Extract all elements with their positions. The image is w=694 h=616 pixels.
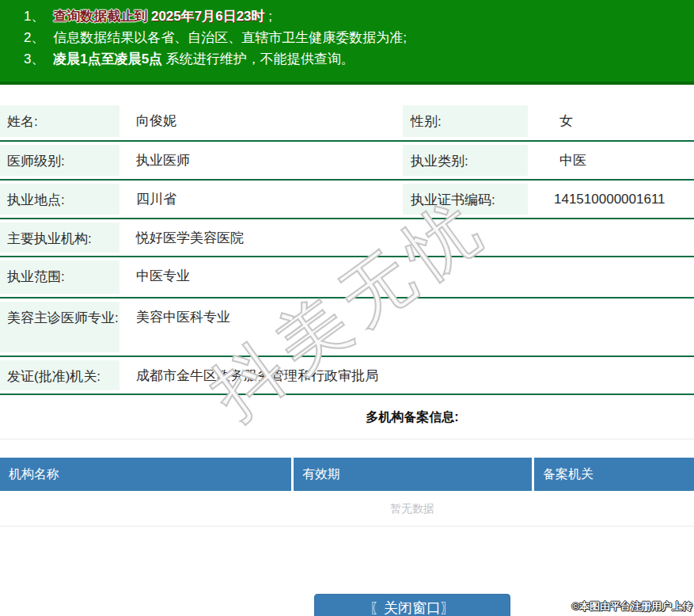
- field-value-certificate-number: 141510000001611: [538, 181, 694, 218]
- field-value-name: 向俊妮: [129, 102, 403, 140]
- notice-line-3-time: 凌晨1点至凌晨5点: [53, 51, 162, 67]
- field-label-issuing-authority: 发证(批准)机关:: [0, 357, 129, 394]
- field-label-practice-location: 执业地点:: [0, 181, 129, 218]
- field-value-issuing-authority: 成都市金牛区政务服务管理和行政审批局: [129, 357, 694, 394]
- notice-line-1-date: 2025年7月6日23时: [151, 9, 265, 24]
- field-label-main-institution: 主要执业机构:: [0, 219, 129, 256]
- table-row: 医师级别: 执业医师 执业类别: 中医: [0, 142, 694, 181]
- notice-line-1-lead: 查询数据截止到: [53, 9, 147, 24]
- field-label-name: 姓名:: [0, 102, 129, 140]
- table-row: 姓名: 向俊妮 性别: 女: [0, 102, 694, 142]
- field-value-gender: 女: [538, 102, 694, 140]
- table-row: 美容主诊医师专业: 美容中医科专业: [0, 298, 694, 357]
- notice-line-1-end: ;: [268, 9, 272, 24]
- field-label-certificate-number: 执业证书编码:: [403, 181, 538, 218]
- notice-line-2: 2、 信息数据结果以各省、自治区、直辖市卫生健康委数据为准;: [24, 27, 694, 48]
- field-label-cosmetic-specialty: 美容主诊医师专业:: [0, 298, 129, 356]
- field-label-practice-scope: 执业范围:: [0, 257, 129, 297]
- table-row: 主要执业机构: 悦好医学美容医院: [0, 219, 694, 257]
- field-value-practice-category: 中医: [538, 142, 694, 179]
- page-wrapper: 1、 查询数据截止到 2025年7月6日23时 ; 2、 信息数据结果以各省、自…: [0, 0, 694, 616]
- notice-line-1: 1、 查询数据截止到 2025年7月6日23时 ;: [24, 6, 694, 27]
- field-value-cosmetic-specialty: 美容中医科专业: [129, 298, 694, 356]
- section-divider: [0, 439, 694, 439]
- close-window-button[interactable]: 〖关闭窗口〗: [314, 594, 510, 616]
- field-label-practice-category: 执业类别:: [403, 142, 538, 179]
- field-value-main-institution: 悦好医学美容医院: [129, 219, 694, 256]
- org-table-empty-state: 暂无数据: [0, 491, 694, 527]
- field-value-doctor-level: 执业医师: [129, 142, 403, 179]
- notice-line-3-number: 3、: [24, 51, 44, 67]
- notice-line-3-rest: 系统进行维护，不能提供查询。: [166, 51, 355, 67]
- notice-banner: 1、 查询数据截止到 2025年7月6日23时 ; 2、 信息数据结果以各省、自…: [0, 0, 694, 85]
- practitioner-info-table: 姓名: 向俊妮 性别: 女 医师级别: 执业医师 执业类别: 中医 执业地点: …: [0, 102, 694, 395]
- notice-line-2-number: 2、: [24, 30, 44, 45]
- org-table-header-institution-name: 机构名称: [0, 458, 291, 491]
- field-value-practice-location: 四川省: [129, 181, 403, 218]
- notice-line-2-text: 信息数据结果以各省、自治区、直辖市卫生健康委数据为准;: [53, 30, 407, 45]
- org-table-header-row: 机构名称 有效期 备案机关: [0, 458, 694, 491]
- table-row: 执业地点: 四川省 执业证书编码: 141510000001611: [0, 181, 694, 219]
- field-label-gender: 性别:: [403, 102, 538, 140]
- field-value-practice-scope: 中医专业: [129, 257, 694, 297]
- copyright-watermark: ©本图由平台注册用户上传: [571, 599, 692, 614]
- org-table-header-validity-period: 有效期: [294, 458, 532, 491]
- table-row: 执业范围: 中医专业: [0, 257, 694, 298]
- notice-line-1-number: 1、: [24, 9, 44, 24]
- notice-line-3: 3、 凌晨1点至凌晨5点 系统进行维护，不能提供查询。: [24, 48, 694, 70]
- field-label-doctor-level: 医师级别:: [0, 142, 129, 179]
- org-table-header-filing-authority: 备案机关: [534, 458, 694, 491]
- table-row: 发证(批准)机关: 成都市金牛区政务服务管理和行政审批局: [0, 357, 694, 395]
- multi-institution-section-title: 多机构备案信息:: [0, 408, 694, 427]
